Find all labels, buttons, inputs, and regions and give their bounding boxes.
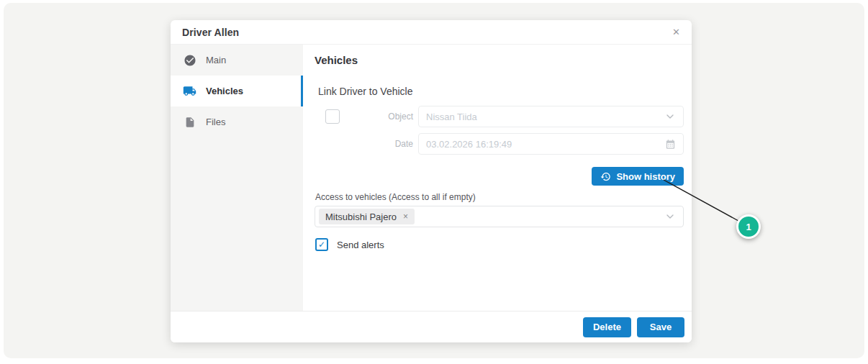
close-icon[interactable]: ✕ — [672, 27, 680, 37]
link-checkbox[interactable] — [325, 109, 340, 124]
show-history-button[interactable]: Show history — [592, 167, 684, 186]
send-alerts-row: ✓ Send alerts — [315, 238, 684, 251]
tag-remove-icon[interactable]: × — [403, 212, 408, 221]
calendar-icon — [665, 139, 676, 150]
show-history-label: Show history — [616, 171, 675, 182]
send-alerts-label: Send alerts — [337, 240, 384, 250]
sidebar-item-vehicles[interactable]: Vehicles — [171, 76, 303, 106]
sidebar-item-label: Main — [206, 55, 226, 65]
object-row: Object Nissan Tiida — [315, 106, 684, 127]
object-label: Object — [355, 112, 418, 122]
save-button[interactable]: Save — [637, 317, 684, 337]
sidebar-item-main[interactable]: Main — [171, 45, 303, 76]
callout-badge-1: 1 — [736, 214, 761, 239]
object-select[interactable]: Nissan Tiida — [418, 106, 684, 127]
chevron-down-icon — [664, 211, 676, 222]
vehicles-tab-panel: Vehicles Link Driver to Vehicle Object N… — [303, 45, 692, 311]
vehicle-tag: Mitsubishi Pajero × — [319, 209, 415, 224]
file-icon — [183, 115, 196, 129]
access-to-vehicles-select[interactable]: Mitsubishi Pajero × — [315, 206, 684, 227]
vehicle-tag-label: Mitsubishi Pajero — [325, 211, 397, 222]
date-input-value: 03.02.2026 16:19:49 — [426, 139, 665, 150]
access-to-vehicles-label: Access to vehicles (Access to all if emp… — [315, 192, 684, 202]
date-input[interactable]: 03.02.2026 16:19:49 — [418, 133, 684, 155]
dialog-sidebar: Main Vehicles Files — [171, 45, 303, 311]
object-select-value: Nissan Tiida — [426, 112, 664, 122]
date-label: Date — [355, 139, 418, 149]
dialog-header: Driver Allen ✕ — [171, 20, 692, 45]
dialog-title: Driver Allen — [182, 27, 239, 38]
check-circle-icon — [183, 53, 196, 67]
sidebar-item-label: Vehicles — [206, 86, 243, 96]
chevron-down-icon — [664, 111, 676, 122]
send-alerts-checkbox[interactable]: ✓ — [315, 238, 328, 251]
driver-dialog: Driver Allen ✕ Main Vehicles Files — [171, 20, 692, 342]
sidebar-item-files[interactable]: Files — [171, 106, 303, 137]
link-driver-section-title: Link Driver to Vehicle — [315, 86, 684, 97]
delete-button[interactable]: Delete — [583, 317, 631, 337]
dialog-footer: Delete Save — [171, 311, 692, 342]
truck-icon — [183, 84, 196, 98]
date-row: Date 03.02.2026 16:19:49 — [315, 133, 684, 155]
page-title: Vehicles — [315, 54, 684, 66]
history-icon — [600, 171, 611, 182]
callout-number: 1 — [746, 222, 751, 232]
sidebar-item-label: Files — [206, 117, 225, 127]
